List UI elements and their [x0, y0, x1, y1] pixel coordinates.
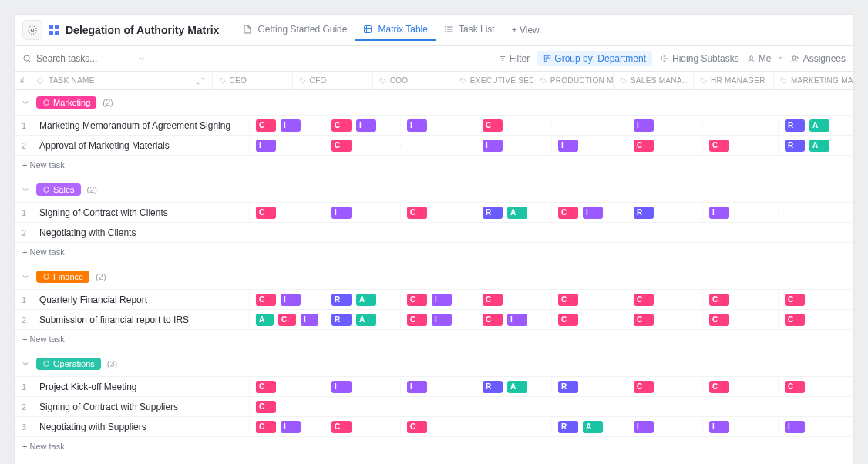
raci-cell[interactable]: RA	[476, 204, 551, 221]
raci-chip-r[interactable]: R	[634, 207, 654, 219]
new-task-button[interactable]: + New task	[15, 437, 853, 459]
raci-cell[interactable]: C	[249, 378, 325, 395]
raci-chip-a[interactable]: A	[507, 381, 527, 393]
expand-icon[interactable]	[197, 77, 204, 85]
raci-cell[interactable]: ACI	[249, 311, 325, 328]
raci-chip-i[interactable]: I	[634, 119, 654, 132]
raci-chip-c[interactable]: C	[483, 294, 503, 306]
raci-cell[interactable]: R	[627, 204, 702, 221]
column-task-name[interactable]: TASK NAME	[30, 72, 212, 89]
raci-cell[interactable]: C	[476, 117, 551, 134]
task-name-cell[interactable]: Approval of Marketing Materials	[33, 137, 249, 154]
raci-chip-c[interactable]: C	[331, 119, 352, 132]
raci-cell[interactable]	[476, 230, 551, 235]
raci-cell[interactable]: I	[325, 204, 400, 221]
raci-cell[interactable]: CI	[249, 117, 325, 134]
tab-getting-started-guide[interactable]: Getting Started Guide	[234, 19, 355, 41]
raci-chip-c[interactable]: C	[331, 421, 352, 433]
chevron-down-icon[interactable]	[138, 55, 146, 62]
raci-chip-c[interactable]: C	[558, 294, 578, 306]
raci-cell[interactable]: C	[702, 378, 778, 395]
raci-chip-i[interactable]: I	[558, 140, 578, 152]
raci-chip-r[interactable]: R	[558, 381, 578, 393]
raci-cell[interactable]: C	[551, 291, 627, 308]
column-executive-secretary[interactable]: EXECUTIVE SECRETARY	[453, 72, 533, 89]
raci-cell[interactable]	[702, 230, 778, 235]
raci-cell[interactable]: I	[249, 137, 325, 154]
add-view-button[interactable]: + View	[507, 20, 544, 40]
new-task-button[interactable]: + New task	[15, 243, 853, 264]
raci-chip-c[interactable]: C	[709, 314, 729, 326]
raci-cell[interactable]	[476, 405, 551, 409]
raci-cell[interactable]: I	[325, 378, 400, 395]
raci-cell[interactable]	[400, 143, 476, 148]
table-row[interactable]: 2Negotiating with Clients	[15, 223, 853, 243]
table-row[interactable]: 2Signing of Contract with SuppliersC	[15, 397, 853, 417]
raci-cell[interactable]: I	[400, 378, 476, 395]
raci-chip-a[interactable]: A	[583, 421, 603, 433]
raci-chip-c[interactable]: C	[709, 294, 729, 306]
raci-cell[interactable]	[400, 405, 476, 409]
group-collapse-icon[interactable]	[21, 359, 30, 368]
table-row[interactable]: 1Signing of Contract with ClientsCICRACI…	[15, 203, 853, 223]
raci-chip-c[interactable]: C	[785, 294, 805, 306]
raci-cell[interactable]	[702, 405, 778, 409]
raci-cell[interactable]	[476, 425, 551, 429]
raci-chip-c[interactable]: C	[256, 119, 276, 132]
raci-chip-c[interactable]: C	[483, 314, 503, 326]
table-row[interactable]: 1Project Kick-off MeetingCIIRARCCC	[15, 377, 853, 397]
hiding-subtasks-button[interactable]: Hiding Subtasks	[660, 53, 739, 64]
column-production-manager[interactable]: PRODUCTION MANAGER	[533, 72, 613, 89]
table-row[interactable]: 1Marketing Memorandum of Agreement Signi…	[15, 116, 853, 136]
raci-chip-i[interactable]: I	[709, 207, 729, 219]
raci-cell[interactable]: RA	[778, 137, 853, 154]
task-name-cell[interactable]: Quarterly Financial Report	[33, 291, 249, 308]
raci-cell[interactable]: RA	[778, 117, 853, 134]
table-row[interactable]: 1Quarterly Financial ReportCIRACICCCCC	[15, 290, 853, 310]
tab-task-list[interactable]: Task List	[436, 19, 503, 41]
raci-cell[interactable]	[325, 405, 400, 409]
group-collapse-icon[interactable]	[21, 185, 30, 194]
raci-cell[interactable]: C	[702, 291, 778, 308]
raci-chip-c[interactable]: C	[407, 207, 427, 219]
raci-cell[interactable]	[627, 405, 702, 409]
raci-cell[interactable]: I	[627, 419, 702, 435]
column-sales-mana-[interactable]: SALES MANA...	[613, 72, 693, 89]
raci-cell[interactable]: C	[702, 311, 778, 328]
raci-chip-i[interactable]: I	[709, 421, 729, 433]
raci-cell[interactable]: CI	[325, 117, 400, 134]
raci-cell[interactable]: C	[325, 419, 400, 435]
group-tag[interactable]: Operations	[36, 358, 101, 370]
assignees-button[interactable]: Assignees	[790, 53, 846, 64]
raci-cell[interactable]: C	[476, 291, 551, 308]
raci-chip-i[interactable]: I	[785, 421, 805, 433]
table-row[interactable]: 2Approval of Marketing MaterialsICIICCRA	[15, 136, 853, 156]
table-row[interactable]: 2Submission of financial report to IRSAC…	[15, 310, 853, 330]
group-by-button[interactable]: Group by: Department	[537, 51, 652, 66]
task-name-cell[interactable]: Negotiating with Suppliers	[33, 419, 249, 435]
raci-cell[interactable]: C	[778, 311, 853, 328]
raci-cell[interactable]	[551, 230, 627, 235]
task-name-cell[interactable]: Signing of Contract with Suppliers	[33, 398, 249, 415]
task-name-cell[interactable]: Submission of financial report to IRS	[33, 311, 249, 328]
raci-chip-r[interactable]: R	[785, 140, 805, 152]
raci-chip-c[interactable]: C	[634, 140, 654, 152]
raci-cell[interactable]: C	[249, 204, 325, 221]
raci-cell[interactable]: C	[778, 378, 853, 395]
raci-chip-i[interactable]: I	[583, 207, 603, 219]
raci-chip-c[interactable]: C	[709, 381, 729, 393]
search-input[interactable]	[36, 53, 144, 64]
column-cfo[interactable]: CFO	[292, 72, 372, 89]
raci-chip-i[interactable]: I	[407, 119, 427, 132]
raci-chip-c[interactable]: C	[634, 381, 654, 393]
raci-chip-r[interactable]: R	[558, 421, 578, 433]
raci-chip-i[interactable]: I	[356, 119, 376, 132]
raci-chip-r[interactable]: R	[785, 119, 805, 132]
raci-chip-a[interactable]: A	[356, 314, 376, 326]
raci-cell[interactable]: C	[325, 137, 400, 154]
group-collapse-icon[interactable]	[21, 98, 30, 107]
raci-chip-c[interactable]: C	[634, 294, 654, 306]
raci-chip-i[interactable]: I	[256, 140, 276, 152]
raci-chip-r[interactable]: R	[331, 294, 352, 306]
raci-chip-i[interactable]: I	[432, 314, 452, 326]
